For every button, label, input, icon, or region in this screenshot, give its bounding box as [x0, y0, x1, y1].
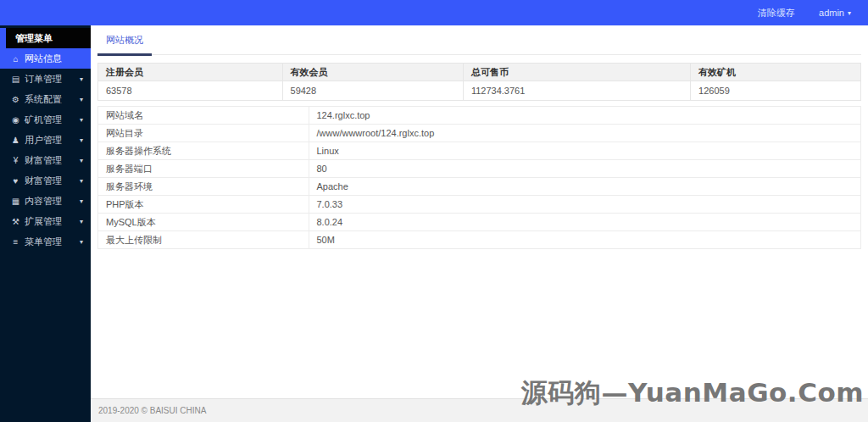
sidebar-item-4[interactable]: ♟用户管理▾ [0, 130, 91, 150]
sidebar-item-label: 内容管理 [25, 195, 62, 208]
site-info-value: 124.rglxc.top [309, 107, 861, 125]
site-info-label: 最大上传限制 [98, 231, 309, 249]
sidebar-item-9[interactable]: ≡菜单管理▾ [0, 231, 91, 252]
stats-header-cell: 总可售币 [463, 64, 690, 81]
money-icon: ¥ [10, 156, 21, 165]
stats-header-cell: 有效矿机 [691, 64, 861, 81]
site-info-label: 服务器端口 [98, 160, 309, 178]
chevron-down-icon: ▾ [80, 157, 83, 164]
sidebar-item-label: 菜单管理 [25, 236, 62, 248]
main-content: 网站概况 注册会员有效会员总可售币有效矿机 6357859428112734.3… [91, 25, 868, 398]
home-icon: ⌂ [10, 54, 21, 64]
site-info-row: 服务器操作系统Linux [98, 142, 861, 160]
orders-icon: ▤ [10, 75, 21, 84]
sidebar-item-label: 网站信息 [25, 53, 62, 65]
sidebar-item-label: 扩展管理 [25, 215, 62, 228]
sidebar-item-label: 用户管理 [25, 134, 62, 147]
stats-table: 注册会员有效会员总可售币有效矿机 6357859428112734.376112… [97, 63, 861, 101]
topbar: 清除缓存 admin ▾ [0, 0, 868, 25]
site-info-row: MySQL版本8.0.24 [98, 214, 861, 231]
chevron-down-icon: ▾ [80, 75, 83, 83]
sidebar-nav: ⌂网站信息▤订单管理▾⚙系统配置▾◉矿机管理▾♟用户管理▾¥财富管理▾♥财富管理… [0, 48, 91, 252]
site-info-row: 网站域名124.rglxc.top [98, 107, 861, 125]
chevron-down-icon: ▾ [80, 96, 83, 103]
sidebar-item-2[interactable]: ⚙系统配置▾ [0, 89, 91, 109]
site-info-value: Apache [309, 178, 861, 196]
stats-value-row: 6357859428112734.3761126059 [98, 81, 861, 101]
site-info-label: 网站目录 [98, 125, 309, 142]
site-info-value: 50M [309, 231, 861, 249]
admin-username: admin [819, 8, 844, 18]
sidebar-item-0[interactable]: ⌂网站信息 [0, 48, 91, 69]
chevron-down-icon: ▾ [80, 116, 83, 124]
site-info-value: 8.0.24 [309, 214, 861, 231]
stats-value-cell: 59428 [282, 81, 463, 101]
site-info-value: 7.0.33 [309, 196, 861, 214]
sidebar-item-label: 财富管理 [25, 154, 62, 167]
site-info-label: MySQL版本 [98, 214, 309, 231]
site-info-row: 网站目录/www/wwwroot/124.rglxc.top [98, 125, 861, 142]
clear-cache-link[interactable]: 清除缓存 [758, 7, 795, 19]
chevron-down-icon: ▾ [848, 9, 851, 17]
sidebar-item-label: 订单管理 [25, 73, 62, 86]
sidebar-item-label: 系统配置 [25, 93, 62, 106]
stats-header-cell: 注册会员 [98, 64, 283, 81]
sidebar-item-7[interactable]: ▦内容管理▾ [0, 191, 91, 211]
site-info-value: /www/wwwroot/124.rglxc.top [309, 125, 861, 142]
site-info-row: 服务器端口80 [98, 160, 861, 178]
sidebar-item-8[interactable]: ⚒扩展管理▾ [0, 211, 91, 231]
sidebar-header: 管理菜单 [0, 28, 91, 48]
site-info-row: PHP版本7.0.33 [98, 196, 861, 214]
chevron-down-icon: ▾ [80, 238, 83, 246]
sidebar: 管理菜单 ⌂网站信息▤订单管理▾⚙系统配置▾◉矿机管理▾♟用户管理▾¥财富管理▾… [0, 25, 91, 422]
stats-value-cell: 112734.3761 [463, 81, 690, 101]
heart-icon: ♥ [10, 176, 21, 186]
site-info-label: 服务器环境 [98, 178, 309, 196]
stats-header-cell: 有效会员 [282, 64, 463, 81]
sidebar-item-6[interactable]: ♥财富管理▾ [0, 170, 91, 191]
stats-value-cell: 63578 [98, 81, 283, 101]
chevron-down-icon: ▾ [80, 197, 83, 205]
tab-bar: 网站概况 [97, 31, 861, 55]
sidebar-item-label: 矿机管理 [25, 114, 62, 126]
site-info-table: 网站域名124.rglxc.top网站目录/www/wwwroot/124.rg… [97, 106, 861, 249]
chevron-down-icon: ▾ [80, 218, 83, 225]
settings-icon: ⚙ [10, 95, 21, 104]
sidebar-item-label: 财富管理 [25, 175, 62, 187]
stats-value-cell: 126059 [691, 81, 861, 101]
miner-icon: ◉ [10, 115, 21, 125]
site-info-value: 80 [309, 160, 861, 178]
watermark: 源码狗—YuanMaGo.Com [521, 375, 864, 411]
sidebar-item-1[interactable]: ▤订单管理▾ [0, 69, 91, 89]
stats-header-row: 注册会员有效会员总可售币有效矿机 [98, 64, 861, 81]
menu-icon: ≡ [10, 237, 21, 247]
site-info-label: PHP版本 [98, 196, 309, 214]
site-info-label: 网站域名 [98, 107, 309, 125]
site-info-row: 最大上传限制50M [98, 231, 861, 249]
site-info-label: 服务器操作系统 [98, 142, 309, 160]
tab-site-overview[interactable]: 网站概况 [97, 34, 152, 56]
users-icon: ♟ [10, 136, 21, 145]
site-info-row: 服务器环境Apache [98, 178, 861, 196]
copyright-text: 2019-2020 © BAISUI CHINA [98, 406, 206, 415]
sidebar-item-5[interactable]: ¥财富管理▾ [0, 150, 91, 170]
site-info-value: Linux [309, 142, 861, 160]
main-column: 网站概况 注册会员有效会员总可售币有效矿机 6357859428112734.3… [91, 25, 868, 422]
chevron-down-icon: ▾ [80, 136, 83, 144]
content-icon: ▦ [10, 197, 21, 206]
sidebar-item-3[interactable]: ◉矿机管理▾ [0, 109, 91, 130]
admin-dropdown[interactable]: admin ▾ [819, 8, 851, 18]
wrench-icon: ⚒ [10, 217, 21, 226]
chevron-down-icon: ▾ [80, 177, 83, 185]
